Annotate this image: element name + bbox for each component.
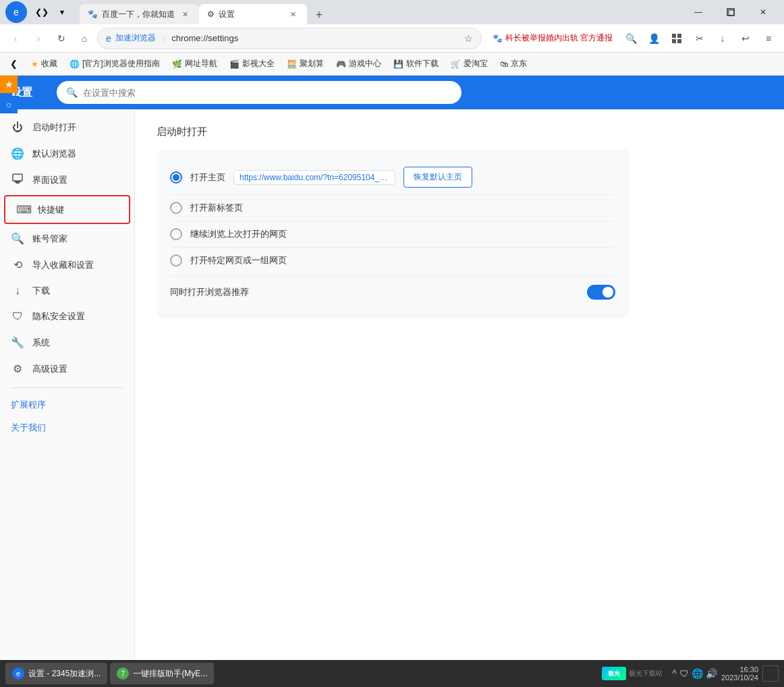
bookmark-nav[interactable]: 🌿 网址导航 [167,55,223,72]
radio-continue[interactable] [170,228,182,240]
browser-logo[interactable]: e [5,1,27,23]
window-controls: — ✕ [683,2,779,22]
scissors-button[interactable]: ✂ [690,28,710,49]
menu-button[interactable]: ≡ [758,28,779,49]
maximize-button[interactable] [715,2,746,22]
bookmark-video-label: 影视大全 [242,58,275,70]
bookmark-taobao-icon: 🛒 [451,59,461,69]
taskbar-right: 极光 极光下载站 ^ 🛡 🌐 🔊 16:30 2023/10/24 [602,665,779,682]
home-button[interactable]: ⌂ [74,28,94,49]
radio-newtab[interactable] [170,202,182,214]
tray-clock: 16:30 2023/10/24 [721,665,758,682]
tab-controls: ❮❯ ▾ [32,3,72,22]
bookmark-games[interactable]: 🎮 游戏中心 [331,55,387,72]
tab-baidu-close[interactable]: ✕ [179,8,191,20]
sidebar-extensions-link[interactable]: 扩展程序 [0,393,134,416]
sidebar-item-shortcuts-label: 快捷键 [38,204,64,216]
refresh-button[interactable]: ↻ [51,28,72,49]
close-button[interactable]: ✕ [748,2,779,22]
option-row-specific: 打开特定网页或一组网页 [170,247,615,273]
side-btn-orange[interactable]: ★ [0,76,18,93]
back-button[interactable]: ‹ [5,28,26,49]
radio-specific[interactable] [170,254,182,267]
tab-baidu[interactable]: 🐾 百度一下，你就知道 ✕ [80,4,199,24]
download-manager-button[interactable]: ↓ [712,28,733,49]
bookmark-favorites-icon: ★ [31,59,38,69]
sidebar-item-startup[interactable]: ⏻ 启动时打开 [0,115,134,140]
taskbar-item-helper[interactable]: 7 一键排版助手(MyE... [110,663,214,684]
tab-dropdown-btn[interactable]: ▾ [53,3,72,22]
bookmark-guide-label: [官方]浏览器使用指南 [82,58,160,70]
tray-network-icon[interactable]: 🌐 [692,668,703,679]
sidebar-item-privacy[interactable]: 🛡 隐私安全设置 [0,304,134,329]
tab-settings[interactable]: ⚙ 设置 ✕ [199,4,307,24]
svg-rect-8 [14,181,21,182]
news-text: 科长被举报婚内出轨 官方通报 [505,32,613,44]
browser-recommend-toggle[interactable] [587,285,615,300]
tab-list-btn[interactable]: ❮❯ [32,3,51,22]
bookmark-jd-icon: 🛍 [500,59,508,69]
tray-time-value: 16:30 [721,665,758,674]
search-button[interactable]: 🔍 [621,28,641,49]
news-icon: 🐾 [493,34,503,43]
minimize-button[interactable]: — [683,2,714,22]
bookmark-favorites[interactable]: ★ 收藏 [26,55,63,72]
browser-window: e ❮❯ ▾ 🐾 百度一下，你就知道 ✕ ⚙ 设置 ✕ + [0,0,784,687]
bookmark-jd[interactable]: 🛍 京东 [495,55,532,72]
news-ticker[interactable]: 🐾 科长被举报婚内出轨 官方通报 [487,32,618,44]
tray-sound-icon[interactable]: 🔊 [706,668,717,679]
sidebar-item-download-label: 下载 [32,285,50,297]
account-button[interactable]: 👤 [644,28,664,49]
watermark: 极光 极光下载站 [602,667,663,680]
bookmark-video-icon: 🎬 [229,59,240,69]
sidebar-item-system[interactable]: 🔧 系统 [0,329,134,356]
sidebar-item-shortcuts[interactable]: ⌨ 快捷键 [4,195,130,224]
bookmark-jd-label: 京东 [511,58,527,70]
sidebar-item-system-label: 系统 [32,337,50,349]
bookmark-taobao[interactable]: 🛒 爱淘宝 [445,55,493,72]
restore-default-btn[interactable]: 恢复默认主页 [403,167,472,188]
address-separator: | [160,33,167,43]
sidebar-item-download[interactable]: ↓ 下载 [0,278,134,304]
bookmark-star-icon[interactable]: ☆ [464,33,473,44]
new-tab-button[interactable]: + [310,5,329,24]
sidebar-item-account[interactable]: 🔍 账号管家 [0,225,134,252]
bookmark-nav-icon: 🌿 [172,59,182,69]
bookmark-guide[interactable]: 🌐 [官方]浏览器使用指南 [64,55,165,72]
tab-settings-close[interactable]: ✕ [287,8,299,20]
radio-homepage[interactable] [170,171,182,184]
title-bar-left: e ❮❯ ▾ 🐾 百度一下，你就知道 ✕ ⚙ 设置 ✕ + [5,0,329,24]
option-continue-label: 继续浏览上次打开的网页 [190,228,287,240]
sidebar-about-link[interactable]: 关于我们 [0,416,134,439]
sidebar-item-import-label: 导入收藏和设置 [32,259,94,271]
tray-expand-icon[interactable]: ^ [672,668,677,679]
grid-view-button[interactable] [667,28,687,49]
settings-search-bar[interactable]: 🔍 [57,81,461,104]
show-desktop-btn[interactable] [762,665,779,682]
bookmarks-nav-btn[interactable]: ❮ [5,56,22,72]
settings-search-input[interactable] [83,88,452,98]
tray-shield-icon[interactable]: 🛡 [679,668,689,679]
sidebar-item-account-label: 账号管家 [32,233,67,245]
address-bar[interactable]: e 加速浏览器 | chrome://settings ☆ [97,28,482,49]
sidebar-item-advanced[interactable]: ⚙ 高级设置 [0,356,134,382]
sidebar-item-default-browser[interactable]: 🌐 默认浏览器 [0,140,134,167]
forward-button[interactable]: › [28,28,49,49]
undo-button[interactable]: ↩ [735,28,756,49]
svg-rect-7 [16,182,20,184]
sidebar-item-ui[interactable]: 界面设置 [0,167,134,194]
tab-settings-favicon: ⚙ [207,9,215,19]
taskbar-helper-icon: 7 [117,667,129,680]
system-icon: 🔧 [11,336,24,349]
bookmark-guide-icon: 🌐 [69,59,80,69]
side-btn-blue[interactable]: ○ [0,96,18,113]
svg-rect-5 [677,39,681,43]
bookmark-software[interactable]: 💾 软件下载 [388,55,444,72]
bookmark-deals[interactable]: 🧮 聚划算 [281,55,329,72]
bookmark-video[interactable]: 🎬 影视大全 [224,55,280,72]
taskbar-item-settings[interactable]: e 设置 - 2345加速浏... [5,663,107,684]
browser-brand-icon: e [106,33,111,44]
sidebar-item-import[interactable]: ⟲ 导入收藏和设置 [0,252,134,278]
ui-icon [11,173,24,187]
extensions-link-label: 扩展程序 [11,400,46,410]
